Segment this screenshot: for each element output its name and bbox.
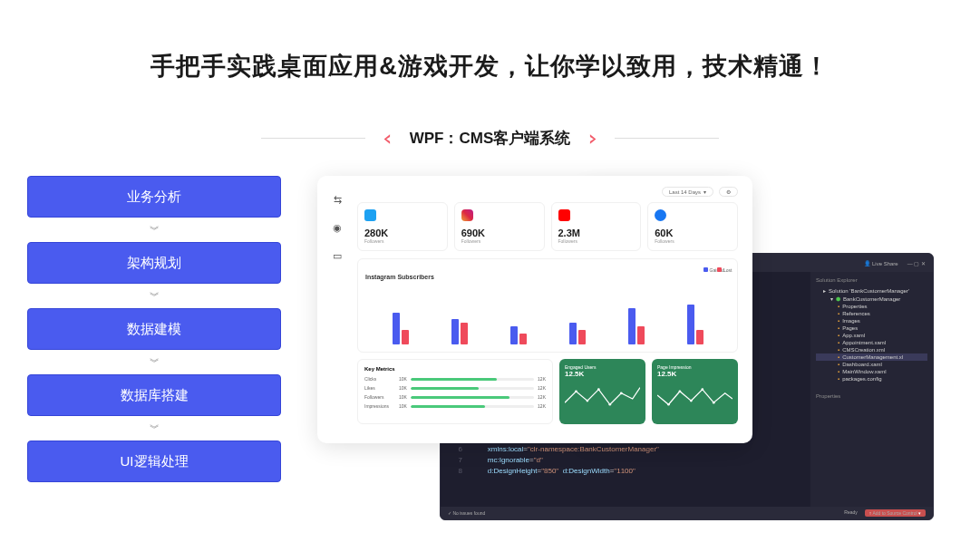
- arrow-left-icon: [382, 132, 393, 144]
- svg-point-8: [701, 388, 703, 391]
- svg-point-6: [679, 390, 682, 392]
- page-impressions: Page Impression 12.5K: [652, 359, 738, 424]
- chevron-down-icon: ︾: [150, 225, 160, 235]
- subscribers-chart: Instagram Subscribers Gained Lost: [357, 258, 738, 353]
- divider-right: [615, 138, 719, 139]
- step-database[interactable]: 数据库搭建: [27, 374, 281, 416]
- svg-point-0: [575, 390, 577, 392]
- social-facebook[interactable]: 60KFollowers: [647, 202, 738, 251]
- step-label: 业务分析: [127, 189, 181, 206]
- social-twitter[interactable]: 280KFollowers: [357, 202, 448, 251]
- tree-item[interactable]: ▪ MainWindow.xaml: [816, 368, 927, 375]
- facebook-icon: [655, 209, 666, 221]
- tree-item[interactable]: ▪ Dashboard.xaml: [816, 361, 927, 368]
- tree-item[interactable]: ▸ Solution 'BankCustomerManager': [816, 286, 927, 295]
- section-title-row: WPF：CMS客户端系统: [0, 128, 980, 149]
- step-label: 数据建模: [127, 321, 181, 338]
- svg-point-2: [597, 388, 600, 391]
- dashboard-mock: ⇆ ◉ ▭ Last 14 Days ▾ ⚙ 280KFollowers 690…: [317, 176, 752, 443]
- svg-point-9: [713, 402, 715, 404]
- steps-column: 业务分析 ︾ 架构规划 ︾ 数据建模 ︾ 数据库搭建 ︾ UI逻辑处理: [27, 176, 281, 538]
- engaged-users: Engaged Users 12.5K: [559, 359, 645, 424]
- step-data-modeling[interactable]: 数据建模: [27, 308, 281, 350]
- tree-item[interactable]: ▪ Properties: [816, 303, 927, 310]
- tree-item[interactable]: ▪ packages.config: [816, 375, 927, 383]
- tree-item[interactable]: ▪ Images: [816, 317, 927, 324]
- divider-left: [261, 138, 365, 139]
- hero-title: 手把手实践桌面应用&游戏开发，让你学以致用，技术精通！: [0, 50, 980, 82]
- tree-item[interactable]: ▪ References: [816, 310, 927, 317]
- youtube-icon: [558, 209, 570, 221]
- calendar-icon[interactable]: ▭: [332, 250, 344, 262]
- step-label: 数据库搭建: [121, 387, 189, 404]
- explorer-title: Solution Explorer: [816, 277, 927, 283]
- chevron-down-icon: ︾: [150, 291, 160, 301]
- instagram-icon: [461, 209, 473, 221]
- tree-item[interactable]: ▪ CMSCreation.xml: [816, 346, 927, 353]
- tree-item[interactable]: ▪ App.xaml: [816, 332, 927, 339]
- tree-item[interactable]: ▪ Pages: [816, 324, 927, 332]
- step-architecture[interactable]: 架构规划: [27, 242, 281, 284]
- key-metrics: Key Metrics Clicks10K12K Likes10K12K Fol…: [357, 359, 553, 424]
- git-button[interactable]: ↑ Add to Source Control ▾: [865, 509, 926, 517]
- ide-statusbar: ✓ No issues found Ready ↑ Add to Source …: [441, 507, 933, 519]
- status-issues[interactable]: ✓ No issues found: [448, 510, 485, 516]
- arrow-right-icon: [587, 132, 598, 144]
- svg-point-7: [690, 400, 693, 402]
- chevron-down-icon: ︾: [150, 357, 160, 367]
- window-controls[interactable]: — ▢ ✕: [907, 260, 926, 266]
- tree-item[interactable]: ▾ ⬢ BankCustomerManager: [816, 295, 927, 303]
- properties-title: Properties: [816, 393, 927, 399]
- filter-pill[interactable]: Last 14 Days ▾: [662, 187, 713, 197]
- social-youtube[interactable]: 2.3MFollowers: [551, 202, 642, 251]
- step-label: UI逻辑处理: [121, 453, 189, 470]
- shuffle-icon[interactable]: ⇆: [332, 194, 344, 206]
- chevron-down-icon: ︾: [150, 423, 160, 433]
- svg-point-5: [667, 403, 670, 406]
- svg-point-3: [608, 403, 611, 406]
- step-ui-logic[interactable]: UI逻辑处理: [27, 441, 281, 482]
- social-instagram[interactable]: 690KFollowers: [454, 202, 545, 251]
- step-business-analysis[interactable]: 业务分析: [27, 176, 281, 218]
- twitter-icon: [364, 209, 376, 221]
- dashboard-sidebar: ⇆ ◉ ▭: [325, 183, 350, 436]
- settings-pill[interactable]: ⚙: [719, 187, 738, 197]
- liveshare-button[interactable]: 👤 Live Share: [864, 260, 898, 266]
- step-label: 架构规划: [127, 255, 181, 272]
- bar-chart: [365, 288, 730, 344]
- showcase: ⇆ ◉ ▭ Last 14 Days ▾ ⚙ 280KFollowers 690…: [317, 176, 953, 538]
- section-title: WPF：CMS客户端系统: [410, 128, 571, 149]
- chart-legend: Gained Lost: [703, 266, 730, 272]
- tree-item[interactable]: ▪ Appointment.xaml: [816, 339, 927, 346]
- status-ready: Ready: [844, 509, 857, 517]
- tree-item-selected[interactable]: ▪ CustomerManagement.xl: [816, 353, 927, 361]
- svg-point-1: [587, 400, 589, 402]
- globe-icon[interactable]: ◉: [332, 222, 344, 234]
- svg-point-4: [620, 392, 623, 394]
- solution-explorer[interactable]: Solution Explorer ▸ Solution 'BankCustom…: [810, 272, 933, 507]
